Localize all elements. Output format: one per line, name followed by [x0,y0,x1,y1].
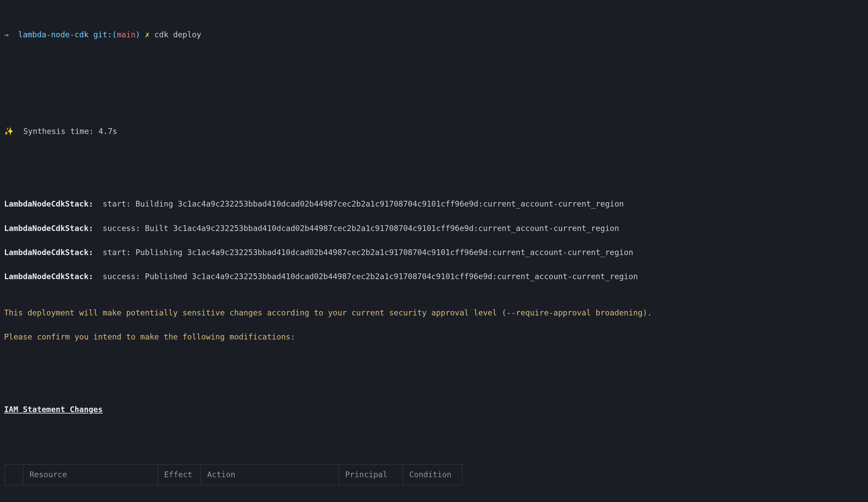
stack-name: LambdaNodeCdkStack: [4,248,93,257]
blank-line [4,367,864,380]
col-plusminus [4,464,23,485]
prompt-cwd: lambda-node-cdk [18,30,89,39]
prompt-paren-open: ( [112,30,117,39]
stack-name: LambdaNodeCdkStack: [4,272,93,281]
build-line: LambdaNodeCdkStack: success: Built 3c1ac… [4,223,864,235]
col-resource: Resource [23,464,158,485]
blank-line [4,89,864,101]
synthesis-time-line: ✨ Synthesis time: 4.7s [4,125,864,138]
build-msg: start: Building 3c1ac4a9c232253bbad410dc… [93,199,624,208]
shell-prompt-line: → lambda-node-cdk git:(main) ✗ cdk deplo… [4,29,864,41]
build-msg: success: Built 3c1ac4a9c232253bbad410dca… [93,224,619,233]
col-action: Action [201,464,339,485]
prompt-git-branch: main [117,30,135,39]
prompt-arrow-icon: → [4,30,9,39]
prompt-git-label: git: [93,30,112,39]
col-principal: Principal [339,464,403,485]
prompt-paren-close: ) [136,30,141,39]
terminal-window[interactable]: → lambda-node-cdk git:(main) ✗ cdk deplo… [0,0,868,502]
build-line: LambdaNodeCdkStack: start: Publishing 3c… [4,247,864,259]
stack-name: LambdaNodeCdkStack: [4,224,93,233]
col-condition: Condition [403,464,463,485]
stack-name: LambdaNodeCdkStack: [4,199,93,208]
security-warning-line: This deployment will make potentially se… [4,307,864,319]
synth-label: Synthesis time: [14,127,98,136]
col-effect: Effect [158,464,201,485]
iam-changes-header: IAM Statement Changes [4,404,864,416]
shell-command: cdk deploy [154,30,201,39]
sparkle-icon: ✨ [4,127,14,136]
blank-line [4,162,864,174]
build-msg: start: Publishing 3c1ac4a9c232253bbad410… [93,248,633,257]
security-warning-line: Please confirm you intend to make the fo… [4,331,864,343]
build-line: LambdaNodeCdkStack: start: Building 3c1a… [4,198,864,210]
blank-line [4,65,864,77]
build-line: LambdaNodeCdkStack: success: Published 3… [4,271,864,283]
synth-value: 4.7s [98,127,117,136]
table-header-row: Resource Effect Action Principal Conditi… [5,465,463,485]
prompt-dirty-icon: ✗ [145,30,150,39]
build-msg: success: Published 3c1ac4a9c232253bbad41… [93,272,638,281]
iam-changes-table: Resource Effect Action Principal Conditi… [5,441,463,502]
